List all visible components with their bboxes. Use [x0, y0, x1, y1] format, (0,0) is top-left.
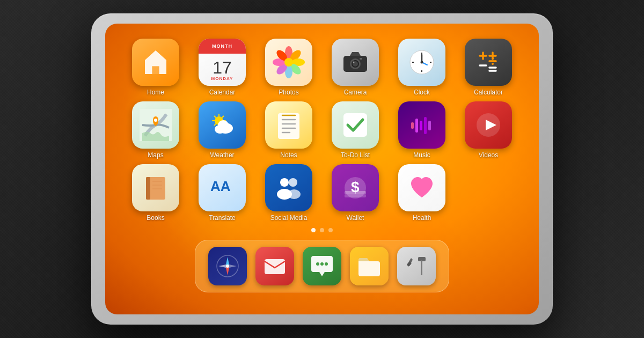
weather-label: Weather	[210, 151, 234, 159]
page-dot-1	[311, 228, 316, 232]
music-label: Music	[413, 151, 430, 159]
camera-icon	[332, 39, 379, 86]
svg-point-73	[288, 189, 301, 199]
svg-rect-61	[428, 121, 431, 130]
dock-app-tools[interactable]	[397, 247, 436, 285]
svg-point-87	[325, 262, 328, 266]
app-books[interactable]: Books	[127, 164, 185, 222]
translate-icon: AA	[199, 164, 246, 211]
svg-point-86	[320, 262, 324, 266]
books-label: Books	[147, 214, 164, 222]
dock-app-files[interactable]	[350, 247, 389, 285]
dock-app-mail[interactable]	[255, 247, 294, 285]
app-health[interactable]: Health	[393, 164, 451, 222]
svg-rect-77	[345, 194, 366, 197]
page-dots	[311, 228, 333, 232]
svg-text:AA: AA	[210, 178, 231, 194]
svg-point-25	[421, 61, 423, 64]
svg-point-85	[316, 262, 319, 266]
svg-rect-16	[360, 58, 362, 60]
svg-point-49	[218, 120, 229, 130]
svg-rect-76	[345, 191, 366, 194]
socialmedia-icon	[265, 164, 312, 211]
svg-point-83	[226, 264, 229, 268]
videos-label: Videos	[479, 151, 498, 159]
app-todo[interactable]: To-Do List	[326, 101, 384, 159]
home-icon	[132, 39, 179, 86]
notes-icon	[265, 101, 312, 149]
dock	[195, 240, 449, 292]
svg-point-30	[492, 63, 494, 65]
svg-rect-84	[265, 259, 285, 274]
app-home[interactable]: Home	[127, 39, 185, 96]
books-icon	[132, 164, 179, 211]
health-icon	[398, 164, 445, 211]
tablet-device: Home MONTH 17 MONDAY Calendar	[91, 13, 553, 325]
dock-app-compass[interactable]	[208, 247, 247, 285]
music-icon	[398, 101, 445, 149]
svg-point-70	[280, 178, 289, 187]
svg-line-46	[222, 116, 224, 118]
socialmedia-label: Social Media	[270, 214, 308, 222]
app-music[interactable]: Music	[393, 101, 451, 159]
page-dot-2	[320, 228, 324, 232]
empty-cell	[459, 164, 517, 222]
todo-label: To-Do List	[341, 151, 370, 159]
home-label: Home	[147, 89, 164, 96]
app-translate[interactable]: AA Translate	[193, 164, 251, 222]
health-label: Health	[413, 214, 431, 222]
app-socialmedia[interactable]: Social Media	[260, 164, 318, 222]
wallet-icon: $	[332, 164, 379, 211]
svg-rect-50	[278, 113, 299, 139]
wallet-label: Wallet	[347, 214, 364, 222]
svg-point-15	[353, 62, 355, 63]
svg-point-37	[154, 119, 157, 122]
calendar-label: Calendar	[209, 89, 236, 96]
svg-point-29	[492, 57, 494, 60]
svg-rect-90	[421, 260, 422, 275]
translate-label: Translate	[209, 214, 236, 222]
app-clock[interactable]: Clock	[393, 39, 451, 96]
app-calendar[interactable]: MONTH 17 MONDAY Calendar	[193, 39, 251, 96]
svg-rect-57	[411, 122, 414, 129]
dock-app-messages[interactable]	[303, 247, 341, 285]
app-grid: Home MONTH 17 MONDAY Calendar	[127, 39, 517, 222]
page-dot-3	[328, 228, 333, 232]
app-camera[interactable]: Camera	[326, 39, 384, 96]
calculator-label: Calculator	[474, 89, 503, 96]
svg-line-45	[215, 124, 216, 126]
app-wallet[interactable]: $ Wallet	[326, 164, 384, 222]
svg-rect-60	[424, 117, 427, 134]
app-maps[interactable]: Maps	[127, 101, 185, 159]
clock-icon	[398, 39, 445, 86]
svg-line-43	[215, 116, 216, 118]
maps-icon	[132, 101, 179, 149]
svg-rect-58	[415, 119, 418, 133]
maps-label: Maps	[148, 151, 163, 159]
calendar-icon: MONTH 17 MONDAY	[199, 39, 246, 86]
svg-rect-0	[152, 66, 159, 74]
app-notes[interactable]: Notes	[260, 101, 318, 159]
clock-label: Clock	[414, 89, 430, 96]
app-photos[interactable]: Photos	[260, 39, 318, 96]
calculator-icon	[465, 39, 512, 86]
svg-rect-65	[146, 177, 150, 200]
photos-icon	[265, 39, 312, 86]
app-calculator[interactable]: Calculator	[459, 39, 517, 96]
photos-label: Photos	[279, 89, 298, 96]
svg-rect-59	[420, 121, 422, 130]
videos-icon	[465, 101, 512, 149]
svg-point-71	[289, 178, 297, 187]
notes-label: Notes	[280, 151, 297, 159]
weather-icon	[199, 101, 246, 149]
app-videos[interactable]: Videos	[459, 101, 517, 159]
camera-label: Camera	[344, 89, 367, 96]
tablet-screen: Home MONTH 17 MONDAY Calendar	[105, 24, 539, 314]
svg-point-10	[284, 58, 293, 67]
todo-icon	[332, 101, 379, 149]
app-weather[interactable]: Weather	[193, 101, 251, 159]
